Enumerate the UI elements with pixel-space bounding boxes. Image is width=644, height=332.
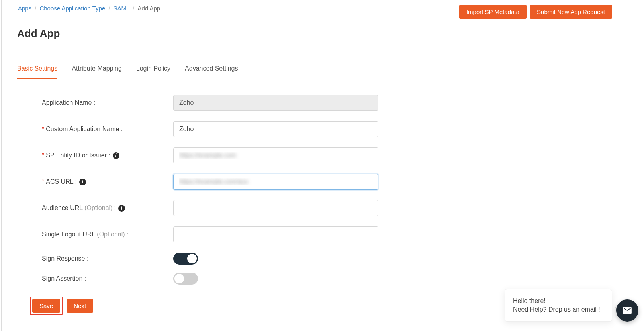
breadcrumb-apps[interactable]: Apps (18, 5, 31, 12)
tab-attribute-mapping[interactable]: Attribute Mapping (72, 59, 121, 79)
sign-assertion-label: Sign Assertion : (42, 275, 173, 282)
chat-fab-button[interactable] (616, 299, 638, 322)
audience-url-input[interactable] (173, 200, 378, 216)
tab-basic-settings[interactable]: Basic Settings (17, 59, 57, 79)
next-button[interactable]: Next (67, 299, 93, 313)
single-logout-url-input[interactable] (173, 226, 378, 242)
chat-greeting: Hello there! (513, 297, 604, 304)
mail-icon (622, 305, 632, 316)
breadcrumb-saml[interactable]: SAML (113, 5, 129, 12)
sp-entity-id-input[interactable] (173, 147, 378, 163)
sign-response-toggle[interactable] (173, 253, 198, 265)
audience-url-label: Audience URL (Optional) : i (42, 204, 173, 212)
chat-popup: Hello there! Need Help? Drop us an email… (505, 289, 612, 322)
custom-application-name-input[interactable] (173, 121, 378, 137)
acs-url-input[interactable] (173, 174, 378, 190)
submit-new-app-request-button[interactable]: Submit New App Request (530, 5, 612, 19)
tab-advanced-settings[interactable]: Advanced Settings (185, 59, 238, 79)
page-title: Add App (17, 28, 636, 40)
sp-entity-id-label: *SP Entity ID or Issuer : i (42, 152, 173, 159)
save-button-highlight: Save (30, 297, 63, 315)
breadcrumb: Apps / Choose Application Type / SAML / … (18, 5, 160, 12)
application-name-input (173, 95, 378, 111)
custom-application-name-label: *Custom Application Name : (42, 126, 173, 133)
tabs: Basic Settings Attribute Mapping Login P… (10, 59, 636, 79)
breadcrumb-current: Add App (137, 5, 160, 12)
breadcrumb-choose-type[interactable]: Choose Application Type (39, 5, 105, 12)
application-name-label: Application Name : (42, 99, 173, 106)
save-button[interactable]: Save (32, 299, 60, 313)
sign-response-label: Sign Response : (42, 255, 173, 262)
chat-help-text: Need Help? Drop us an email ! (513, 306, 604, 313)
import-sp-metadata-button[interactable]: Import SP Metadata (459, 5, 527, 19)
acs-url-label: *ACS URL : i (42, 178, 173, 185)
single-logout-url-label: Single Logout URL (Optional) : (42, 231, 173, 238)
info-icon[interactable]: i (113, 152, 119, 159)
tab-login-policy[interactable]: Login Policy (136, 59, 170, 79)
info-icon[interactable]: i (118, 205, 125, 212)
info-icon[interactable]: i (79, 179, 86, 185)
sign-assertion-toggle[interactable] (173, 273, 198, 285)
